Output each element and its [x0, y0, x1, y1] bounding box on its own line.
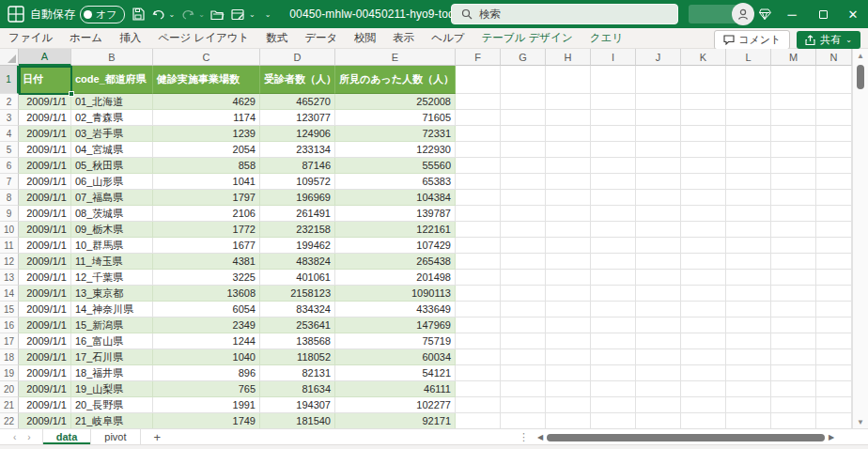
- ribbon-tab-4[interactable]: 数式: [257, 28, 296, 48]
- cell-A1[interactable]: 日付: [19, 66, 71, 94]
- cell-I15[interactable]: [591, 302, 636, 317]
- cell-M4[interactable]: [771, 126, 816, 142]
- scroll-up-icon[interactable]: ▲: [853, 49, 868, 62]
- cell-I18[interactable]: [591, 349, 636, 365]
- cell-A7[interactable]: 2009/1/1: [19, 174, 71, 190]
- cell-H21[interactable]: [546, 397, 591, 413]
- cell-H3[interactable]: [546, 110, 591, 126]
- cell-N21[interactable]: [816, 397, 852, 413]
- cell-B3[interactable]: 02_青森県: [71, 110, 153, 126]
- cell-G14[interactable]: [501, 286, 546, 302]
- cell-J10[interactable]: [636, 222, 681, 238]
- cell-D6[interactable]: 87146: [260, 158, 335, 174]
- row-header-10[interactable]: 10: [0, 222, 19, 238]
- cell-N4[interactable]: [816, 126, 852, 142]
- cell-N6[interactable]: [816, 158, 852, 174]
- cell-A19[interactable]: 2009/1/1: [19, 365, 71, 381]
- cell-N19[interactable]: [816, 365, 852, 381]
- cell-C1[interactable]: 健診実施事業場数: [153, 66, 260, 94]
- select-all-button[interactable]: [0, 49, 19, 66]
- cell-M19[interactable]: [771, 365, 816, 381]
- avatar[interactable]: [732, 3, 754, 25]
- ribbon-tab-10[interactable]: クエリ: [581, 28, 631, 48]
- cell-M22[interactable]: [771, 413, 816, 428]
- row-header-5[interactable]: 5: [0, 142, 19, 158]
- cell-M18[interactable]: [771, 349, 816, 365]
- cell-H6[interactable]: [546, 158, 591, 174]
- cell-F16[interactable]: [456, 317, 501, 333]
- cell-C11[interactable]: 1677: [153, 238, 260, 254]
- cell-N14[interactable]: [816, 286, 852, 302]
- row-header-19[interactable]: 19: [0, 365, 19, 381]
- cell-D18[interactable]: 118052: [260, 349, 335, 365]
- cell-K12[interactable]: [681, 254, 726, 270]
- cell-M14[interactable]: [771, 286, 816, 302]
- cell-B16[interactable]: 15_新潟県: [71, 317, 153, 333]
- cell-D11[interactable]: 199462: [260, 238, 335, 254]
- cell-L8[interactable]: [726, 190, 771, 206]
- cell-L9[interactable]: [726, 206, 771, 222]
- cell-I17[interactable]: [591, 333, 636, 349]
- cell-I14[interactable]: [591, 286, 636, 302]
- ribbon-tab-2[interactable]: 挿入: [111, 28, 149, 48]
- cell-E4[interactable]: 72331: [335, 126, 456, 142]
- cell-L6[interactable]: [726, 158, 771, 174]
- cell-C13[interactable]: 3225: [153, 270, 260, 286]
- cell-L1[interactable]: [726, 66, 771, 94]
- cell-H1[interactable]: [546, 66, 591, 94]
- minimize-button[interactable]: ─: [778, 0, 806, 28]
- cell-I4[interactable]: [591, 126, 636, 142]
- cell-K2[interactable]: [681, 94, 726, 110]
- column-header-N[interactable]: N: [816, 49, 852, 66]
- cell-A5[interactable]: 2009/1/1: [19, 142, 71, 158]
- cell-F20[interactable]: [456, 381, 501, 397]
- column-header-E[interactable]: E: [335, 49, 456, 66]
- cell-F17[interactable]: [456, 333, 501, 349]
- cell-N20[interactable]: [816, 381, 852, 397]
- cell-H16[interactable]: [546, 317, 591, 333]
- cell-M11[interactable]: [771, 238, 816, 254]
- cell-C2[interactable]: 4629: [153, 94, 260, 110]
- cell-G17[interactable]: [501, 333, 546, 349]
- column-header-B[interactable]: B: [71, 49, 153, 66]
- row-header-15[interactable]: 15: [0, 302, 19, 317]
- row-header-1[interactable]: 1: [0, 66, 19, 94]
- cell-L16[interactable]: [726, 317, 771, 333]
- cell-B7[interactable]: 06_山形県: [71, 174, 153, 190]
- cell-C5[interactable]: 2054: [153, 142, 260, 158]
- cell-A10[interactable]: 2009/1/1: [19, 222, 71, 238]
- cell-K5[interactable]: [681, 142, 726, 158]
- cell-C18[interactable]: 1040: [153, 349, 260, 365]
- ribbon-tab-5[interactable]: データ: [296, 28, 346, 48]
- cell-B10[interactable]: 09_栃木県: [71, 222, 153, 238]
- cell-H2[interactable]: [546, 94, 591, 110]
- horizontal-scroll-thumb[interactable]: [547, 434, 825, 441]
- cell-N12[interactable]: [816, 254, 852, 270]
- cell-D3[interactable]: 123077: [260, 110, 335, 126]
- cell-M2[interactable]: [771, 94, 816, 110]
- cell-D1[interactable]: 受診者数（人）: [260, 66, 335, 94]
- cell-D10[interactable]: 232158: [260, 222, 335, 238]
- cell-I8[interactable]: [591, 190, 636, 206]
- scroll-left-icon[interactable]: ◀: [534, 433, 547, 441]
- cell-G10[interactable]: [501, 222, 546, 238]
- cell-J9[interactable]: [636, 206, 681, 222]
- cell-I20[interactable]: [591, 381, 636, 397]
- cell-J5[interactable]: [636, 142, 681, 158]
- cell-A3[interactable]: 2009/1/1: [19, 110, 71, 126]
- cell-E6[interactable]: 55560: [335, 158, 456, 174]
- row-header-20[interactable]: 20: [0, 381, 19, 397]
- cell-C16[interactable]: 2349: [153, 317, 260, 333]
- cell-H14[interactable]: [546, 286, 591, 302]
- cell-B1[interactable]: code_都道府県: [71, 66, 153, 94]
- cell-H17[interactable]: [546, 333, 591, 349]
- cell-F14[interactable]: [456, 286, 501, 302]
- cell-K10[interactable]: [681, 222, 726, 238]
- cell-F5[interactable]: [456, 142, 501, 158]
- quick-command-icon[interactable]: [231, 7, 246, 22]
- share-button[interactable]: 共有 ⌄: [797, 31, 860, 49]
- cell-C15[interactable]: 6054: [153, 302, 260, 317]
- row-header-9[interactable]: 9: [0, 206, 19, 222]
- cell-E8[interactable]: 104384: [335, 190, 456, 206]
- row-header-21[interactable]: 21: [0, 397, 19, 413]
